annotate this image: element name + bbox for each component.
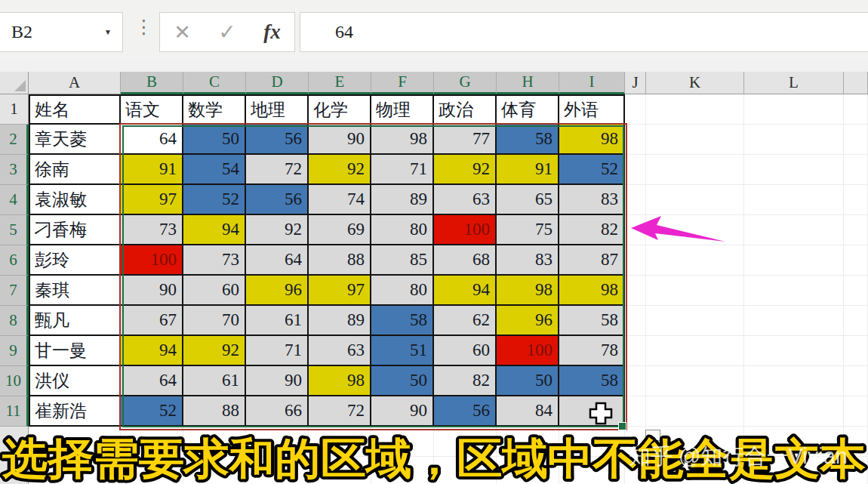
cell-G2[interactable]: 77 bbox=[434, 125, 497, 155]
cell-L3[interactable] bbox=[744, 155, 844, 185]
cell-M8[interactable] bbox=[844, 306, 868, 336]
cell-H3[interactable]: 91 bbox=[497, 155, 559, 185]
quick-analysis-button-fragment[interactable] bbox=[645, 430, 660, 441]
cell-K1[interactable] bbox=[646, 94, 744, 125]
cell-J12[interactable] bbox=[625, 427, 646, 457]
cell-F5[interactable]: 80 bbox=[371, 215, 434, 245]
cell-A4[interactable]: 袁淑敏 bbox=[29, 185, 121, 215]
cell-B3[interactable]: 91 bbox=[121, 155, 183, 185]
cell-J1[interactable] bbox=[625, 94, 646, 125]
cell-E11[interactable]: 72 bbox=[309, 396, 371, 427]
cell-K10[interactable] bbox=[646, 366, 744, 396]
cell-K7[interactable] bbox=[646, 276, 744, 306]
cell-I12[interactable] bbox=[559, 427, 625, 457]
cell-C4[interactable]: 52 bbox=[183, 185, 246, 215]
cell-A1[interactable]: 姓名 bbox=[29, 94, 121, 125]
row-header-12[interactable] bbox=[0, 427, 29, 457]
cell-G3[interactable]: 92 bbox=[434, 155, 497, 185]
name-box[interactable]: B2 ▼ bbox=[0, 12, 123, 52]
cell-D7[interactable]: 96 bbox=[246, 276, 309, 306]
cell-H1[interactable]: 体育 bbox=[497, 94, 559, 125]
cell-M11[interactable] bbox=[844, 396, 868, 427]
column-header-E[interactable]: E bbox=[309, 72, 371, 94]
row-header-3[interactable]: 3 bbox=[0, 155, 29, 185]
cell-D10[interactable]: 90 bbox=[246, 366, 309, 396]
select-all-button[interactable] bbox=[0, 72, 29, 94]
cell-M2[interactable] bbox=[844, 125, 868, 155]
cell-E2[interactable]: 90 bbox=[309, 125, 371, 155]
cell-E3[interactable]: 92 bbox=[309, 155, 371, 185]
cell-J6[interactable] bbox=[625, 245, 646, 276]
column-header-G[interactable]: G bbox=[434, 72, 497, 94]
row-header-13[interactable] bbox=[0, 457, 29, 484]
cell-H13[interactable] bbox=[497, 457, 559, 484]
cell-M12[interactable] bbox=[844, 427, 868, 457]
cell-A13[interactable] bbox=[29, 457, 121, 484]
cell-D3[interactable]: 72 bbox=[246, 155, 309, 185]
cell-E1[interactable]: 化学 bbox=[309, 94, 371, 125]
cell-L2[interactable] bbox=[744, 125, 844, 155]
cell-C2[interactable]: 50 bbox=[183, 125, 246, 155]
cell-D11[interactable]: 66 bbox=[246, 396, 309, 427]
cell-C3[interactable]: 54 bbox=[183, 155, 246, 185]
cell-G11[interactable]: 56 bbox=[434, 396, 497, 427]
cell-D5[interactable]: 92 bbox=[246, 215, 309, 245]
cell-A2[interactable]: 章天菱 bbox=[29, 125, 121, 155]
cell-H9[interactable]: 100 bbox=[497, 336, 559, 366]
cell-L6[interactable] bbox=[744, 245, 844, 276]
cell-A9[interactable]: 甘一曼 bbox=[29, 336, 121, 366]
cell-I6[interactable]: 87 bbox=[559, 245, 625, 276]
cell-I10[interactable]: 58 bbox=[559, 366, 625, 396]
row-header-6[interactable]: 6 bbox=[0, 245, 29, 276]
cell-C9[interactable]: 92 bbox=[183, 336, 246, 366]
cell-D6[interactable]: 64 bbox=[246, 245, 309, 276]
confirm-icon[interactable]: ✓ bbox=[218, 20, 235, 45]
cell-I11[interactable] bbox=[559, 396, 625, 427]
cell-F2[interactable]: 98 bbox=[371, 125, 434, 155]
column-header-D[interactable]: D bbox=[246, 72, 309, 94]
column-header-B[interactable]: B bbox=[121, 72, 183, 94]
cell-H4[interactable]: 65 bbox=[497, 185, 559, 215]
cell-F8[interactable]: 58 bbox=[371, 306, 434, 336]
cell-I1[interactable]: 外语 bbox=[559, 94, 625, 125]
row-header-4[interactable]: 4 bbox=[0, 185, 29, 215]
cell-E6[interactable]: 88 bbox=[309, 245, 371, 276]
cell-K6[interactable] bbox=[646, 245, 744, 276]
cell-B10[interactable]: 64 bbox=[121, 366, 183, 396]
cell-E4[interactable]: 74 bbox=[309, 185, 371, 215]
cell-K13[interactable] bbox=[646, 457, 744, 484]
cell-F13[interactable] bbox=[371, 457, 434, 484]
cell-I5[interactable]: 82 bbox=[559, 215, 625, 245]
cell-M13[interactable] bbox=[844, 457, 868, 484]
cell-K8[interactable] bbox=[646, 306, 744, 336]
cell-K12[interactable] bbox=[646, 427, 744, 457]
cell-A10[interactable]: 洪仪 bbox=[29, 366, 121, 396]
cell-C10[interactable]: 61 bbox=[183, 366, 246, 396]
row-header-10[interactable]: 10 bbox=[0, 366, 29, 396]
cell-L13[interactable] bbox=[744, 457, 844, 484]
row-header-1[interactable]: 1 bbox=[0, 94, 29, 125]
cell-G10[interactable]: 82 bbox=[434, 366, 497, 396]
cell-H12[interactable] bbox=[497, 427, 559, 457]
cell-M10[interactable] bbox=[844, 366, 868, 396]
cell-C1[interactable]: 数学 bbox=[183, 94, 246, 125]
cell-E9[interactable]: 63 bbox=[309, 336, 371, 366]
cell-L4[interactable] bbox=[744, 185, 844, 215]
cell-D2[interactable]: 56 bbox=[246, 125, 309, 155]
row-header-9[interactable]: 9 bbox=[0, 336, 29, 366]
cell-K5[interactable] bbox=[646, 215, 744, 245]
cell-F4[interactable]: 89 bbox=[371, 185, 434, 215]
cell-G13[interactable] bbox=[434, 457, 497, 484]
cell-L5[interactable] bbox=[744, 215, 844, 245]
cell-I2[interactable]: 98 bbox=[559, 125, 625, 155]
cell-D13[interactable] bbox=[246, 457, 309, 484]
cell-D1[interactable]: 地理 bbox=[246, 94, 309, 125]
cell-J3[interactable] bbox=[625, 155, 646, 185]
cell-H2[interactable]: 58 bbox=[497, 125, 559, 155]
cell-L8[interactable] bbox=[744, 306, 844, 336]
cell-I8[interactable]: 58 bbox=[559, 306, 625, 336]
cell-C5[interactable]: 94 bbox=[183, 215, 246, 245]
cell-I9[interactable]: 78 bbox=[559, 336, 625, 366]
cell-G8[interactable]: 62 bbox=[434, 306, 497, 336]
cell-B2[interactable]: 64 bbox=[121, 125, 183, 155]
